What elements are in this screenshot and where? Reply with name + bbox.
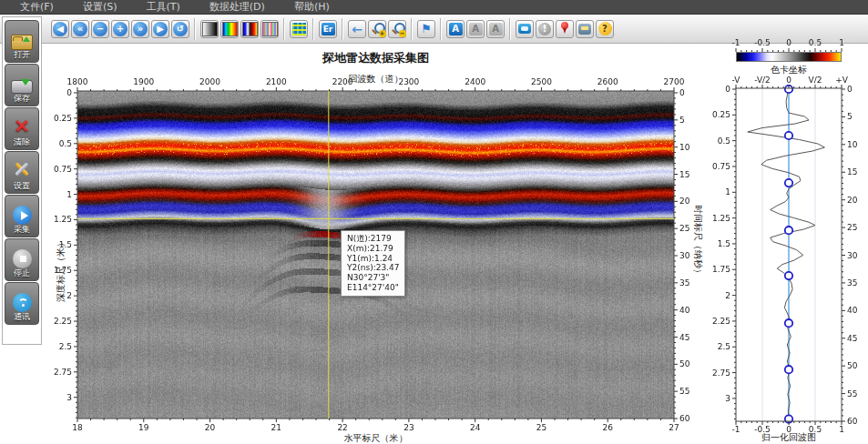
- tick-label: 5: [679, 116, 685, 125]
- tick-label: 45: [679, 333, 689, 342]
- right-axis-label: 时间标尺（纳秒）: [691, 196, 704, 287]
- tick-label: 25: [536, 423, 546, 432]
- tick-label: 25: [679, 224, 689, 233]
- palette-seismic-icon: [242, 22, 258, 36]
- refresh-icon: ↺: [173, 22, 188, 36]
- folder-open-icon: [11, 35, 33, 50]
- menu-data-processing[interactable]: 数据处理(D): [200, 0, 274, 14]
- undo-view-button[interactable]: ←: [348, 20, 366, 38]
- save-button-label: 保存: [14, 94, 30, 103]
- device-status-button[interactable]: [576, 20, 594, 38]
- tick-label: 2.5: [718, 342, 730, 351]
- waveform-marker: [785, 319, 792, 327]
- menu-help[interactable]: 帮助(H): [285, 0, 339, 14]
- flag-marker-button[interactable]: ⚑: [417, 20, 435, 38]
- fast-forward-button[interactable]: »: [131, 20, 149, 38]
- stop-button[interactable]: 停止: [5, 238, 39, 281]
- save-button[interactable]: 保存: [5, 64, 39, 106]
- gain-up-button[interactable]: A: [466, 20, 485, 38]
- toolbar-separator: [194, 18, 196, 40]
- help-button[interactable]: ?: [596, 20, 614, 38]
- scale-increase-button[interactable]: +: [111, 20, 129, 38]
- tick-label: -V/2: [754, 76, 771, 85]
- tick-label: 15: [847, 167, 857, 177]
- tooltip-line: N30°27'3": [347, 273, 399, 283]
- gain-active-button[interactable]: A: [446, 20, 465, 38]
- device-status-icon: [578, 24, 591, 35]
- tick-label: 0: [786, 76, 791, 85]
- tick-label: 10: [847, 140, 858, 149]
- tick-label: 60: [847, 417, 858, 426]
- tick-label: 22: [337, 423, 347, 432]
- tick-label: 50: [847, 361, 858, 370]
- acquire-button[interactable]: 采集: [5, 195, 39, 237]
- help-icon: ?: [598, 22, 612, 35]
- toolbar-separator: [440, 18, 442, 40]
- refresh-button[interactable]: ↺: [171, 20, 189, 38]
- toolbar-separator: [342, 18, 343, 40]
- comm-button[interactable]: 通讯: [5, 282, 39, 325]
- palette-grayscale-button[interactable]: [200, 20, 219, 38]
- error-correction-button[interactable]: Er: [319, 20, 337, 38]
- waveform-title: 归一化回波图: [727, 431, 851, 444]
- flag-marker-icon: ⚑: [421, 23, 432, 35]
- zoom-in-button[interactable]: +: [368, 20, 386, 38]
- scale-decrease-icon: −: [93, 22, 107, 36]
- stop-icon: [13, 249, 32, 268]
- clear-button[interactable]: ×清除: [5, 107, 39, 150]
- fast-forward-icon: »: [133, 22, 148, 36]
- gps-location-icon: [559, 22, 570, 35]
- tick-label: 0: [679, 88, 685, 97]
- waveform-marker: [785, 415, 792, 422]
- next-trace-button[interactable]: ▶: [151, 20, 169, 38]
- scale-decrease-button[interactable]: −: [91, 20, 109, 38]
- stop-button-label: 停止: [14, 268, 30, 278]
- waveform-trace: [748, 89, 825, 419]
- tick-label: 55: [847, 389, 857, 399]
- gps-location-button[interactable]: [556, 20, 574, 38]
- play-icon: [13, 206, 32, 225]
- tick-label: 1.25: [712, 214, 730, 223]
- palette-seismic-button[interactable]: [240, 20, 259, 38]
- rewind-button[interactable]: «: [71, 20, 89, 38]
- top-axis-label: 回波数（道）: [77, 73, 674, 86]
- tools-icon: [11, 159, 33, 179]
- sidebar: 打开保存×清除设置采集停止通讯: [2, 16, 42, 345]
- palette-rainbow-button[interactable]: [220, 20, 239, 38]
- waveform-marker: [785, 86, 792, 93]
- menu-settings[interactable]: 设置(S): [74, 0, 127, 14]
- tick-label: 27: [669, 423, 679, 432]
- settings-button[interactable]: 设置: [5, 151, 39, 194]
- tick-label: 20: [847, 196, 858, 205]
- open-button[interactable]: 打开: [5, 20, 39, 63]
- warning-button[interactable]: !: [536, 20, 554, 38]
- toolbar-separator: [509, 18, 511, 40]
- tick-label: V/2: [809, 76, 822, 85]
- wifi-icon: [13, 293, 32, 312]
- tick-label: 1.75: [712, 265, 730, 274]
- gain-down-button[interactable]: A: [486, 20, 505, 38]
- tick-label: 60: [679, 414, 690, 423]
- tick-label: 3: [725, 394, 730, 403]
- palette-grayscale-icon: [202, 22, 218, 36]
- tick-label: 0.75: [712, 162, 730, 171]
- tick-label: +V: [835, 76, 849, 85]
- palette-pastel-button[interactable]: [260, 20, 279, 38]
- tick-label: 0.5: [718, 136, 730, 146]
- tick-label: 2: [725, 291, 730, 300]
- tick-label: 35: [679, 278, 689, 288]
- waveform-marker: [785, 366, 792, 373]
- clear-button-label: 清除: [14, 137, 30, 146]
- warning-icon: !: [538, 23, 551, 35]
- prev-trace-button[interactable]: ◀: [51, 20, 69, 38]
- menu-file[interactable]: 文件(F): [11, 0, 63, 14]
- data-process-button[interactable]: [290, 20, 308, 38]
- tick-label: 45: [847, 334, 857, 343]
- message-button[interactable]: [516, 20, 534, 38]
- menu-tools[interactable]: 工具(T): [138, 0, 189, 14]
- acquire-button-label: 采集: [14, 225, 30, 234]
- zoom-out-button[interactable]: −: [388, 20, 406, 38]
- tick-label: 0.25: [54, 114, 72, 123]
- tick-label: 24: [470, 423, 481, 432]
- tick-label: 15: [679, 170, 689, 179]
